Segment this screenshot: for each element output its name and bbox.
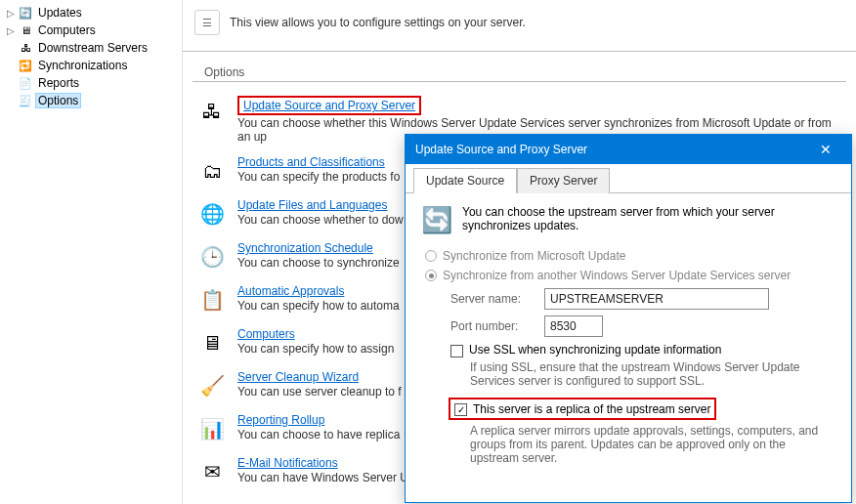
reports-icon: 📄: [19, 76, 32, 90]
option-link-auto-approvals[interactable]: Automatic Approvals: [237, 284, 344, 298]
tree-item-sync[interactable]: · 🔁 Synchronizations: [6, 57, 182, 74]
tree-item-downstream[interactable]: · 🖧 Downstream Servers: [6, 39, 182, 57]
replica-highlight: This server is a replica of the upstream…: [449, 398, 716, 420]
computers-icon: 🖥: [19, 23, 32, 37]
option-icon: 📊: [196, 413, 228, 444]
downstream-icon: 🖧: [19, 41, 32, 55]
option-link-update-source[interactable]: Update Source and Proxy Server: [237, 96, 421, 115]
replica-label: This server is a replica of the upstream…: [473, 402, 710, 416]
option-icon: 🌐: [196, 198, 228, 230]
option-icon: 🕒: [196, 241, 228, 273]
tree-label: Computers: [35, 23, 99, 37]
close-icon: ✕: [820, 142, 832, 157]
expander-icon[interactable]: ▷: [6, 25, 16, 36]
expander-icon[interactable]: ▷: [6, 8, 16, 19]
ssl-note: If using SSL, ensure that the upstream W…: [470, 360, 835, 388]
tab-proxy-server[interactable]: Proxy Server: [517, 168, 610, 193]
checkbox-icon[interactable]: [454, 403, 467, 416]
option-link-files-lang[interactable]: Update Files and Languages: [237, 198, 387, 212]
nav-tree: ▷ 🔄 Updates ▷ 🖥 Computers · 🖧 Downstream…: [0, 0, 183, 504]
option-link-cleanup[interactable]: Server Cleanup Wizard: [237, 370, 359, 384]
description-bar: ☰ This view allows you to configure sett…: [183, 0, 856, 52]
options-heading: Options: [193, 58, 846, 82]
option-link-products[interactable]: Products and Classifications: [237, 155, 385, 169]
dialog-intro-text: You can choose the upstream server from …: [462, 205, 835, 232]
tree-label: Downstream Servers: [35, 41, 150, 55]
option-link-sync-schedule[interactable]: Synchronization Schedule: [237, 241, 373, 255]
tree-label: Updates: [35, 6, 85, 20]
option-link-email[interactable]: E-Mail Notifications: [237, 456, 338, 470]
option-link-reporting[interactable]: Reporting Rollup: [237, 413, 324, 427]
radio-icon: [425, 250, 437, 262]
close-button[interactable]: ✕: [806, 138, 845, 161]
tree-label: Synchronizations: [35, 59, 130, 72]
dialog-update-source: Update Source and Proxy Server ✕ Update …: [405, 134, 852, 503]
server-name-label: Server name:: [450, 292, 536, 306]
dialog-title-text: Update Source and Proxy Server: [415, 143, 587, 156]
tree-item-updates[interactable]: ▷ 🔄 Updates: [6, 4, 182, 21]
option-icon: ✉: [196, 456, 228, 487]
option-icon: 🧹: [196, 370, 228, 401]
port-input[interactable]: [544, 315, 603, 337]
options-icon: 🧾: [19, 94, 32, 107]
tree-item-reports[interactable]: · 📄 Reports: [6, 74, 182, 92]
radio-another-wsus[interactable]: Synchronize from another Windows Server …: [425, 269, 835, 282]
tree-label: Reports: [35, 76, 82, 90]
updates-icon: 🔄: [19, 6, 32, 20]
description-text: This view allows you to configure settin…: [230, 16, 526, 29]
sync-icon: 🔁: [19, 59, 32, 72]
ssl-checkbox-row[interactable]: Use SSL when synchronizing update inform…: [450, 343, 835, 357]
option-icon: 📋: [196, 284, 228, 315]
ssl-label: Use SSL when synchronizing update inform…: [469, 343, 721, 357]
radio-label: Synchronize from another Windows Server …: [443, 269, 791, 282]
option-icon: 🗂: [196, 155, 228, 187]
server-name-row: Server name:: [450, 288, 835, 310]
tree-item-computers[interactable]: ▷ 🖥 Computers: [6, 21, 182, 39]
option-icon: 🖧: [196, 96, 228, 127]
option-link-computers[interactable]: Computers: [237, 327, 295, 341]
radio-ms-update[interactable]: Synchronize from Microsoft Update: [425, 249, 835, 263]
dialog-tabs: Update Source Proxy Server: [406, 164, 851, 193]
dialog-body: 🔄 You can choose the upstream server fro…: [406, 193, 851, 502]
replica-note: A replica server mirrors update approval…: [470, 424, 835, 465]
tab-update-source[interactable]: Update Source: [413, 168, 517, 193]
tree-item-options[interactable]: · 🧾 Options: [6, 92, 182, 109]
list-icon: ☰: [194, 10, 220, 35]
port-row: Port number:: [450, 315, 835, 337]
radio-icon: [425, 270, 437, 281]
tree-label: Options: [35, 93, 81, 108]
radio-label: Synchronize from Microsoft Update: [443, 249, 625, 263]
shield-icon: 🔄: [421, 205, 452, 235]
checkbox-icon: [450, 345, 463, 357]
dialog-titlebar[interactable]: Update Source and Proxy Server ✕: [406, 135, 851, 164]
port-label: Port number:: [450, 319, 536, 333]
option-icon: 🖥: [196, 327, 228, 358]
server-name-input[interactable]: [544, 288, 769, 310]
